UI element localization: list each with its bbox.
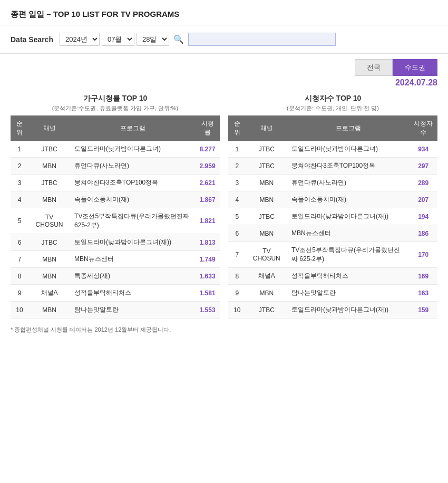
table-row: 7 TV CHOSUN TV조선5부작특집다큐(우리가몰랐던진짜 625-2부)… — [228, 242, 437, 268]
program-cell: 뭉쳐야찬다3조축TOP100정복 — [70, 175, 195, 191]
rating-cell: 2.621 — [195, 175, 220, 191]
viewers-cell: 169 — [409, 268, 437, 285]
right-col-viewers: 시청자수 — [409, 115, 437, 141]
viewers-cell: 297 — [409, 158, 437, 175]
search-button[interactable]: 🔍 — [173, 34, 184, 44]
program-cell: 속풀이소동치미(재) — [287, 191, 409, 208]
right-table-title: 시청자수 TOP 10 — [228, 94, 437, 103]
channel-cell: MBN — [28, 268, 70, 285]
channel-cell: JTBC — [246, 208, 287, 225]
channel-cell: JTBC — [246, 158, 287, 175]
table-row: 3 MBN 휴먼다큐(사노라면) 289 — [228, 175, 437, 191]
rank-cell: 8 — [228, 268, 246, 285]
rank-cell: 9 — [228, 285, 246, 302]
rating-cell: 1.553 — [195, 302, 220, 318]
left-table-header-row: 순위 채널 프로그램 시청률 — [11, 115, 220, 141]
viewers-cell: 207 — [409, 191, 437, 208]
program-cell: 토일드라마(낮과밤이다른그녀) — [70, 141, 195, 158]
viewers-cell: 186 — [409, 225, 437, 242]
rank-cell: 4 — [11, 191, 28, 208]
right-table: 순위 채널 프로그램 시청자수 1 JTBC 토일드라마(낮과밤이다른그녀) 9… — [228, 115, 437, 318]
rating-cell: 1.581 — [195, 285, 220, 302]
table-row: 10 MBN 탐나는맛알토란 1.553 — [11, 302, 220, 318]
program-cell: 토일드라마(낮과밤이다른그녀(재)) — [287, 208, 409, 225]
viewers-cell: 163 — [409, 285, 437, 302]
channel-cell: MBN — [246, 175, 287, 191]
channel-cell: MBN — [28, 191, 70, 208]
program-cell: 성적을부탁해티처스 — [70, 285, 195, 302]
program-cell: 속풀이소동치미(재) — [70, 191, 195, 208]
rank-cell: 3 — [228, 175, 246, 191]
rating-cell: 8.277 — [195, 141, 220, 158]
viewers-cell: 289 — [409, 175, 437, 191]
channel-cell: MBN — [28, 302, 70, 318]
channel-cell: TV CHOSUN — [246, 242, 287, 268]
rank-cell: 4 — [228, 191, 246, 208]
rank-cell: 9 — [11, 285, 28, 302]
rank-cell: 10 — [11, 302, 28, 318]
left-table-subtitle: (분석기준:수도권, 유료플랫폼 가입 가구, 단위:%) — [11, 104, 220, 112]
rating-cell: 1.813 — [195, 234, 220, 251]
region-btn-metro[interactable]: 수도권 — [393, 59, 437, 76]
channel-cell: MBN — [28, 251, 70, 268]
viewers-cell: 194 — [409, 208, 437, 225]
month-select[interactable]: 07월 — [102, 33, 134, 46]
channel-cell: JTBC — [28, 234, 70, 251]
table-row: 9 채널A 성적을부탁해티처스 1.581 — [11, 285, 220, 302]
channel-cell: JTBC — [246, 141, 287, 158]
rank-cell: 3 — [11, 175, 28, 191]
search-input[interactable] — [188, 33, 336, 46]
left-table-section: 가구시청률 TOP 10 (분석기준:수도권, 유료플랫폼 가입 가구, 단위:… — [11, 94, 220, 318]
program-cell: 휴먼다큐(사노라면) — [287, 175, 409, 191]
rank-cell: 1 — [228, 141, 246, 158]
program-cell: 탐나는맛알토란 — [287, 285, 409, 302]
table-row: 6 MBN MBN뉴스센터 186 — [228, 225, 437, 242]
table-row: 5 JTBC 토일드라마(낮과밤이다른그녀(재)) 194 — [228, 208, 437, 225]
rank-cell: 2 — [11, 158, 28, 175]
rank-cell: 5 — [228, 208, 246, 225]
rank-cell: 7 — [11, 251, 28, 268]
table-row: 8 MBN 특종세상(재) 1.633 — [11, 268, 220, 285]
rank-cell: 7 — [228, 242, 246, 268]
channel-cell: MBN — [246, 285, 287, 302]
right-col-rank: 순위 — [228, 115, 246, 141]
program-cell: 성적을부탁해티처스 — [287, 268, 409, 285]
channel-cell: TV CHOSUN — [28, 208, 70, 234]
page-title: 종편 일일 – TOP 10 LIST FOR TV PROGRAMS — [11, 9, 179, 18]
viewers-cell: 159 — [409, 302, 437, 318]
region-buttons: 전국 수도권 — [11, 59, 437, 76]
left-col-channel: 채널 — [28, 115, 70, 141]
program-cell: MBN뉴스센터 — [70, 251, 195, 268]
channel-cell: JTBC — [28, 175, 70, 191]
table-row: 3 JTBC 뭉쳐야찬다3조축TOP100정복 2.621 — [11, 175, 220, 191]
program-cell: MBN뉴스센터 — [287, 225, 409, 242]
footnote: * 종합편성채널 시청률 데이터는 2012년 12월부터 제공됩니다. — [11, 326, 437, 334]
table-row: 6 JTBC 토일드라마(낮과밤이다른그녀(재)) 1.813 — [11, 234, 220, 251]
channel-cell: JTBC — [246, 302, 287, 318]
table-row: 5 TV CHOSUN TV조선5부작특집다큐(우리가몰랐던진짜625-2부) … — [11, 208, 220, 234]
right-col-program: 프로그램 — [287, 115, 409, 141]
table-row: 7 MBN MBN뉴스센터 1.749 — [11, 251, 220, 268]
rating-cell: 1.633 — [195, 268, 220, 285]
table-row: 4 MBN 속풀이소동치미(재) 1.867 — [11, 191, 220, 208]
program-cell: TV조선5부작특집다큐(우리가몰랐던진짜625-2부) — [70, 208, 195, 234]
channel-cell: MBN — [246, 191, 287, 208]
rating-cell: 1.867 — [195, 191, 220, 208]
region-btn-nationwide[interactable]: 전국 — [355, 59, 393, 76]
search-bar: Data Search 2024년 07월 28일 🔍 — [0, 25, 448, 54]
day-select[interactable]: 28일 — [137, 33, 169, 46]
table-row: 4 MBN 속풀이소동치미(재) 207 — [228, 191, 437, 208]
table-row: 2 MBN 휴먼다큐(사노라면) 2.959 — [11, 158, 220, 175]
program-cell: 토일드라마(낮과밤이다른그녀) — [287, 141, 409, 158]
viewers-cell: 170 — [409, 242, 437, 268]
channel-cell: JTBC — [28, 141, 70, 158]
search-controls: 2024년 07월 28일 🔍 — [60, 33, 336, 46]
rank-cell: 5 — [11, 208, 28, 234]
table-row: 9 MBN 탐나는맛알토란 163 — [228, 285, 437, 302]
table-row: 1 JTBC 토일드라마(낮과밤이다른그녀) 934 — [228, 141, 437, 158]
table-row: 10 JTBC 토일드라마(낮과밤이다른그녀(재)) 159 — [228, 302, 437, 318]
right-table-header-row: 순위 채널 프로그램 시청자수 — [228, 115, 437, 141]
rank-cell: 6 — [228, 225, 246, 242]
rank-cell: 2 — [228, 158, 246, 175]
year-select[interactable]: 2024년 — [60, 33, 100, 46]
